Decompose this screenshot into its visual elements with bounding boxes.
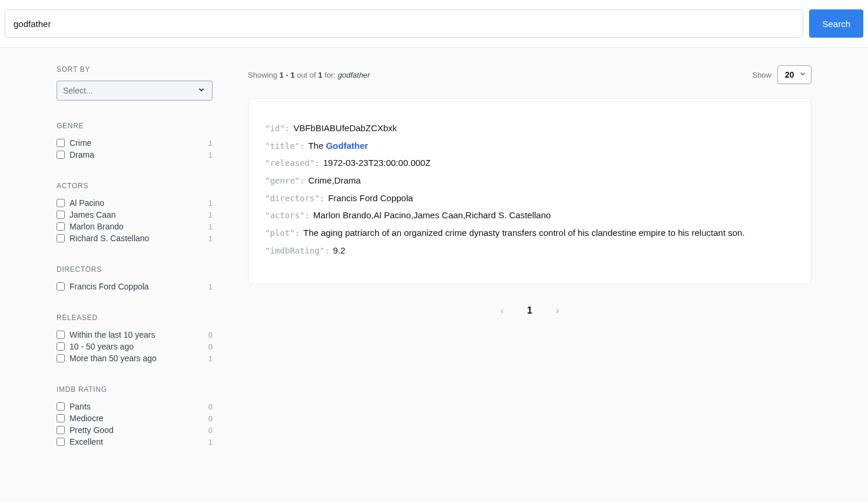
hit-field: "plot":The aging patriarch of an organiz…: [265, 226, 794, 240]
facet-item[interactable]: Richard S. Castellano1: [57, 232, 213, 244]
facet-item[interactable]: More than 50 years ago1: [57, 352, 213, 364]
prev-page-button[interactable]: ‹: [495, 302, 509, 319]
result-hit: "id":VBFbBIABUfeDabZCXbxk"title":The God…: [248, 98, 811, 284]
hit-field-value: VBFbBIABUfeDabZCXbxk: [293, 123, 397, 133]
facet-count: 1: [208, 234, 213, 243]
facet-group: DIRECTORSFrancis Ford Coppola1: [57, 265, 213, 292]
facet-count: 1: [208, 222, 213, 231]
hit-field: "id":VBFbBIABUfeDabZCXbxk: [265, 121, 794, 135]
hit-field-value: Crime,Drama: [308, 175, 360, 185]
facet-item[interactable]: Francis Ford Coppola1: [57, 281, 213, 292]
facet-count: 1: [208, 211, 213, 219]
facet-group: RELEASEDWithin the last 10 years010 - 50…: [57, 314, 213, 364]
facet-checkbox[interactable]: [57, 402, 65, 411]
page-size-control: Show 20: [752, 65, 811, 84]
facet-checkbox[interactable]: [57, 139, 65, 147]
sidebar: SORT BY Select... GENRECrime1Drama1ACTOR…: [57, 65, 213, 485]
facet-label: James Caan: [69, 210, 208, 219]
hit-field-key: "plot":: [265, 228, 300, 238]
facet-item[interactable]: Pretty Good0: [57, 424, 213, 436]
results-panel: Showing 1 - 1 out of 1 for: godfather Sh…: [248, 65, 811, 485]
facet-checkbox[interactable]: [57, 426, 65, 434]
facet-title: RELEASED: [57, 314, 213, 322]
search-input[interactable]: [5, 9, 803, 38]
facet-label: Within the last 10 years: [69, 330, 208, 339]
facet-label: Excellent: [69, 437, 208, 447]
facet-item[interactable]: Drama1: [57, 149, 213, 161]
facet-count: 1: [208, 354, 213, 363]
facet-group: IMDB RATINGPants0Mediocre0Pretty Good0Ex…: [57, 385, 213, 448]
facet-item[interactable]: 10 - 50 years ago0: [57, 341, 213, 352]
search-bar: Search: [0, 0, 868, 48]
sort-select[interactable]: Select...: [57, 81, 213, 101]
sort-title: SORT BY: [57, 65, 213, 74]
hit-field-key: "title":: [265, 141, 304, 151]
facet-item[interactable]: Al Pacino1: [57, 197, 213, 209]
facet-label: Richard S. Castellano: [69, 234, 208, 243]
hit-field-key: "directors":: [265, 194, 324, 203]
search-button[interactable]: Search: [809, 9, 863, 38]
facet-item[interactable]: Pants0: [57, 401, 213, 412]
facet-title: IMDB RATING: [57, 385, 213, 394]
hit-field-value: 9.2: [333, 245, 346, 255]
sort-select-wrap: Select...: [57, 81, 213, 101]
facet-count: 1: [208, 151, 213, 159]
facet-checkbox[interactable]: [57, 342, 65, 351]
hit-field-key: "genre":: [265, 176, 304, 185]
facet-checkbox[interactable]: [57, 151, 65, 159]
facet-item[interactable]: Mediocre0: [57, 412, 213, 424]
facet-label: Pretty Good: [69, 425, 208, 435]
facet-checkbox[interactable]: [57, 354, 65, 362]
facet-title: GENRE: [57, 122, 213, 130]
facet-count: 0: [208, 331, 213, 339]
facet-label: Mediocre: [69, 414, 208, 423]
facet-count: 0: [208, 426, 213, 435]
facet-checkbox[interactable]: [57, 222, 65, 231]
results-info: Showing 1 - 1 out of 1 for: godfather: [248, 71, 370, 79]
facet-count: 0: [208, 342, 213, 351]
facet-group: ACTORSAl Pacino1James Caan1Marlon Brando…: [57, 182, 213, 244]
facet-count: 1: [208, 139, 213, 148]
hit-field: "actors":Marlon Brando,Al Pacino,James C…: [265, 208, 794, 222]
facet-item[interactable]: Marlon Brando1: [57, 221, 213, 232]
facet-checkbox[interactable]: [57, 282, 65, 291]
facet-count: 0: [208, 402, 213, 411]
facet-count: 0: [208, 414, 213, 423]
next-page-button[interactable]: ›: [550, 302, 565, 319]
hit-field-key: "imdbRating":: [265, 246, 330, 255]
facet-item[interactable]: Crime1: [57, 137, 213, 149]
facet-checkbox[interactable]: [57, 234, 65, 242]
facet-item[interactable]: James Caan1: [57, 209, 213, 221]
hit-field: "genre":Crime,Drama: [265, 174, 794, 188]
facet-count: 1: [208, 282, 213, 291]
facet-label: Marlon Brando: [69, 222, 208, 231]
page-size-select[interactable]: 20: [777, 65, 811, 84]
hit-field: "title":The Godfather: [265, 139, 794, 153]
facet-checkbox[interactable]: [57, 211, 65, 219]
facet-checkbox[interactable]: [57, 414, 65, 422]
hit-field: "imdbRating":9.2: [265, 244, 794, 258]
facet-item[interactable]: Excellent1: [57, 436, 213, 448]
facet-title: DIRECTORS: [57, 265, 213, 274]
main-content: SORT BY Select... GENRECrime1Drama1ACTOR…: [0, 48, 868, 502]
hit-field: "directors":Francis Ford Coppola: [265, 191, 794, 205]
facet-item[interactable]: Within the last 10 years0: [57, 329, 213, 341]
facet-title: ACTORS: [57, 182, 213, 190]
page-1-button[interactable]: 1: [521, 302, 538, 319]
show-label: Show: [752, 71, 771, 79]
facet-checkbox[interactable]: [57, 331, 65, 339]
facet-checkbox[interactable]: [57, 199, 65, 207]
facet-count: 1: [208, 199, 213, 208]
hit-field: "released":1972-03-23T23:00:00.000Z: [265, 156, 794, 170]
hit-field-value: Marlon Brando,Al Pacino,James Caan,Richa…: [313, 210, 551, 220]
facet-checkbox[interactable]: [57, 438, 65, 446]
pagination: ‹ 1 ›: [248, 302, 811, 319]
facet-count: 1: [208, 438, 213, 447]
facet-label: Al Pacino: [69, 198, 208, 208]
facet-label: Drama: [69, 150, 208, 159]
hit-field-value: The Godfather: [308, 141, 368, 151]
hit-field-key: "id":: [265, 124, 290, 133]
facet-label: Crime: [69, 138, 208, 148]
results-header: Showing 1 - 1 out of 1 for: godfather Sh…: [248, 65, 811, 84]
hit-field-key: "released":: [265, 158, 320, 168]
